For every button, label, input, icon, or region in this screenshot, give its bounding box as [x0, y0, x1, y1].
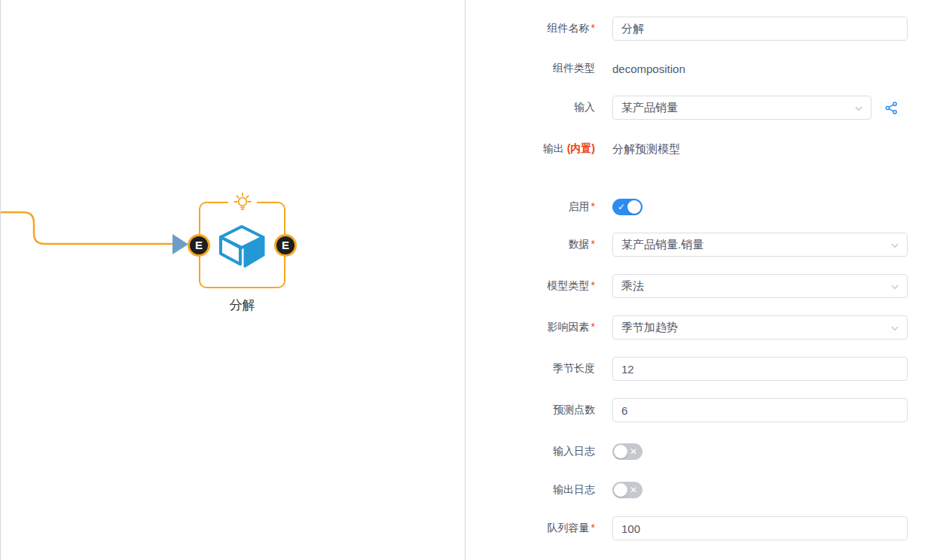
chevron-down-icon: [890, 240, 900, 251]
field-row-enable: 启用* ✓: [465, 195, 937, 219]
select-value: 季节加趋势: [621, 321, 678, 335]
check-icon: ✓: [618, 199, 625, 215]
forecast-points-input[interactable]: [612, 398, 908, 422]
field-label: 数据*: [465, 238, 595, 251]
wire-arrowhead-icon: [172, 234, 188, 254]
field-row-component-type: 组件类型 decomposition: [465, 56, 937, 81]
field-label: 组件类型: [465, 62, 595, 75]
cross-icon: ✕: [630, 443, 637, 460]
required-asterisk: *: [591, 279, 595, 291]
field-row-data: 数据* 某产品销量.销量: [465, 233, 937, 257]
toggle-knob: [614, 483, 627, 497]
share-icon[interactable]: [885, 102, 898, 114]
field-row-queue-capacity: 队列容量*: [465, 516, 937, 540]
field-label: 输入日志: [465, 445, 595, 458]
enable-toggle[interactable]: ✓: [612, 199, 642, 215]
season-length-input[interactable]: [612, 357, 908, 381]
required-asterisk: *: [591, 200, 595, 212]
select-value: 某产品销量: [621, 101, 678, 115]
decomposition-node[interactable]: E E: [199, 202, 285, 288]
field-row-forecast-points: 预测点数: [465, 398, 937, 422]
required-asterisk: *: [591, 22, 595, 34]
node-label: 分解: [199, 297, 285, 314]
chevron-down-icon: [853, 103, 864, 114]
factor-select[interactable]: 季节加趋势: [612, 315, 908, 339]
input-log-toggle[interactable]: ✕: [612, 443, 642, 460]
field-row-model-type: 模型类型* 乘法: [465, 274, 937, 298]
builtin-badge: (内置): [567, 142, 595, 154]
field-row-input-log: 输入日志 ✕: [465, 440, 937, 464]
wire-path[interactable]: [1, 212, 173, 244]
output-log-toggle[interactable]: ✕: [612, 482, 642, 498]
required-asterisk: *: [591, 238, 595, 250]
required-asterisk: *: [591, 321, 595, 333]
data-select[interactable]: 某产品销量.销量: [612, 233, 908, 257]
select-value: 乘法: [621, 279, 644, 294]
properties-panel: 组件名称* 组件类型 decomposition 输入 某产品销量: [465, 0, 937, 560]
toggle-knob: [627, 200, 641, 214]
field-label: 启用*: [465, 200, 595, 214]
field-row-factor: 影响因素* 季节加趋势: [465, 315, 937, 339]
cube-icon: [215, 221, 270, 270]
required-asterisk: *: [591, 522, 595, 534]
field-row-component-name: 组件名称*: [465, 17, 937, 41]
field-label: 输入: [465, 101, 595, 114]
toggle-knob: [614, 445, 627, 458]
input-port[interactable]: E: [188, 234, 210, 257]
field-label: 输出日志: [465, 483, 595, 497]
lightbulb-icon: [228, 191, 257, 212]
field-label: 组件名称*: [465, 22, 595, 35]
component-type-value: decomposition: [612, 62, 685, 75]
field-label: 输出(内置): [465, 142, 595, 156]
select-value: 某产品销量.销量: [621, 238, 704, 252]
field-label: 队列容量*: [465, 522, 595, 535]
output-port[interactable]: E: [274, 234, 297, 257]
field-label: 季节长度: [465, 362, 595, 376]
output-value: 分解预测模型: [612, 142, 680, 157]
input-source-select[interactable]: 某产品销量: [612, 96, 871, 120]
field-label: 模型类型*: [465, 279, 595, 293]
queue-capacity-input[interactable]: [612, 516, 908, 540]
chevron-down-icon: [890, 323, 900, 333]
output-port-label: E: [282, 239, 289, 251]
field-row-output: 输出(内置) 分解预测模型: [465, 137, 937, 161]
field-row-season-length: 季节长度: [465, 357, 937, 381]
field-row-output-log: 输出日志 ✕: [465, 478, 937, 502]
field-label: 预测点数: [465, 403, 595, 417]
cross-icon: ✕: [630, 482, 637, 498]
field-label: 影响因素*: [465, 321, 595, 334]
component-name-input[interactable]: [612, 17, 908, 41]
input-port-label: E: [195, 239, 203, 251]
flow-canvas[interactable]: E E 分解: [0, 0, 465, 560]
chevron-down-icon: [890, 282, 900, 292]
field-row-input-source: 输入 某产品销量: [465, 96, 937, 120]
model-type-select[interactable]: 乘法: [612, 274, 908, 298]
